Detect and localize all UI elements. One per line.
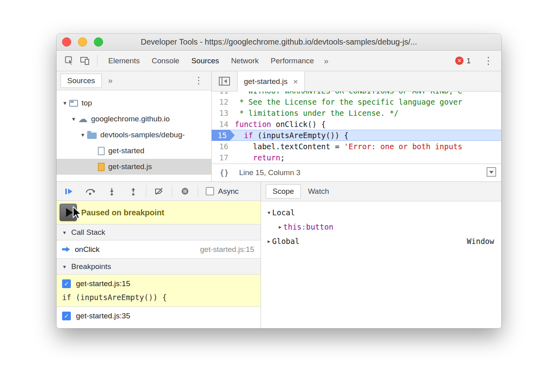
breakpoint-code-snippet: if (inputsAreEmpty()) {	[62, 293, 254, 302]
folder-icon	[87, 133, 97, 139]
code-line[interactable]: 14 function onClick() {	[212, 119, 501, 130]
breakpoint-item[interactable]: ✓ get-started.js:15 if (inputsAreEmpty()…	[56, 275, 261, 307]
tree-item-get-started[interactable]: get-started	[56, 143, 211, 159]
error-icon: ✕	[455, 57, 464, 65]
call-stack-header[interactable]: ▾ Call Stack	[56, 224, 261, 240]
collapse-triangle-icon[interactable]: ▾	[61, 263, 68, 270]
tree-item-label: get-started	[108, 146, 144, 155]
close-tab-icon[interactable]: ×	[293, 77, 298, 86]
execution-line-marker[interactable]: 15	[212, 130, 235, 141]
close-window-button[interactable]	[62, 37, 71, 47]
expand-triangle-icon[interactable]: ▾	[78, 131, 87, 138]
frame-location: get-started.js:15	[200, 245, 254, 254]
sources-upper-split: Sources » ⋮ ▾ top ▾ ☁ googlechrome.githu…	[56, 71, 501, 182]
navigator-toggle-icon[interactable]	[212, 76, 237, 86]
file-tree: ▾ top ▾ ☁ googlechrome.github.io ▾ devto…	[56, 90, 211, 175]
tab-sources[interactable]: Sources	[185, 51, 225, 71]
main-menu-dots-icon[interactable]: ⋮	[479, 56, 497, 66]
tab-network[interactable]: Network	[225, 51, 265, 71]
scope-global-section[interactable]: ▸ Global Window	[261, 234, 501, 248]
breakpoint-item[interactable]: ✓ get-started.js:35	[56, 307, 261, 325]
titlebar[interactable]: Developer Tools - https://googlechrome.g…	[56, 34, 501, 51]
line-number[interactable]: 17	[212, 152, 235, 163]
tab-performance[interactable]: Performance	[265, 51, 320, 71]
tab-elements[interactable]: Elements	[102, 51, 146, 71]
tree-item-label: top	[82, 99, 92, 107]
tab-sources-navigator[interactable]: Sources	[60, 74, 102, 88]
collapse-triangle-icon[interactable]: ▾	[266, 209, 272, 216]
inspect-icon[interactable]	[62, 53, 77, 68]
panel-dropdown-icon[interactable]	[486, 167, 497, 179]
scope-section-name: Local	[272, 208, 295, 217]
tree-item-folder[interactable]: ▾ devtools-samples/debug-	[56, 127, 211, 143]
expand-triangle-icon[interactable]: ▸	[266, 238, 272, 244]
code-line[interactable]: 12 * See the License for the specific la…	[212, 96, 501, 107]
step-over-button[interactable]	[80, 183, 101, 200]
resume-script-button[interactable]	[58, 183, 80, 200]
tree-item-get-started-js[interactable]: get-started.js	[56, 159, 211, 175]
line-number[interactable]: 11	[212, 92, 235, 96]
execution-line[interactable]: 15 if (inputsAreEmpty()) {	[212, 130, 501, 141]
scope-this-row[interactable]: ▸ this : button	[261, 220, 501, 234]
breakpoint-location: get-started.js:15	[76, 279, 130, 288]
step-into-button[interactable]	[101, 183, 123, 200]
navigator-header: Sources » ⋮	[56, 71, 211, 90]
code-editor[interactable]: 11 * WITHOUT WARRANTIES OR CONDITIONS OF…	[212, 92, 501, 164]
editor-tab-get-started-js[interactable]: get-started.js ×	[237, 71, 305, 92]
step-out-button[interactable]	[123, 183, 144, 200]
line-number[interactable]: 16	[212, 141, 235, 152]
breakpoints-title: Breakpoints	[71, 262, 111, 271]
cursor-position: Line 15, Column 3	[239, 168, 300, 177]
tab-watch[interactable]: Watch	[301, 187, 336, 196]
property-name: this	[283, 222, 302, 231]
code-line[interactable]: 16 label.textContent = 'Error: one or bo…	[212, 141, 501, 152]
pretty-print-icon[interactable]: {}	[220, 168, 229, 177]
zoom-window-button[interactable]	[94, 37, 103, 47]
error-badge[interactable]: ✕ 1	[455, 57, 471, 65]
deactivate-breakpoints-button[interactable]	[148, 183, 170, 200]
breakpoint-checkbox[interactable]: ✓	[62, 279, 71, 288]
tree-item-domain[interactable]: ▾ ☁ googlechrome.github.io	[56, 111, 211, 127]
more-panels-chevron[interactable]: »	[320, 56, 333, 66]
device-toolbar-icon[interactable]	[77, 53, 92, 68]
breakpoints-header[interactable]: ▾ Breakpoints	[56, 258, 261, 275]
editor-tabbar: get-started.js ×	[212, 71, 501, 92]
collapse-triangle-icon[interactable]: ▾	[61, 229, 68, 236]
js-file-icon	[98, 163, 105, 171]
pause-on-exceptions-button[interactable]	[174, 183, 196, 200]
window-title: Developer Tools - https://googlechrome.g…	[141, 37, 417, 47]
more-navigator-tabs-chevron[interactable]: »	[108, 76, 113, 85]
cloud-icon: ☁	[78, 114, 88, 124]
toolbar-divider	[97, 55, 97, 67]
property-separator: :	[302, 222, 306, 231]
line-number[interactable]: 13	[212, 107, 235, 119]
scope-content: ▾ Local ▸ this : button ▸ Global Window	[261, 201, 501, 248]
line-number[interactable]: 12	[212, 96, 235, 107]
file-icon	[98, 147, 105, 155]
tab-console[interactable]: Console	[146, 51, 185, 71]
tree-item-label: googlechrome.github.io	[91, 115, 170, 123]
minimize-window-button[interactable]	[78, 37, 87, 47]
code-line[interactable]: 13 * limitations under the License. */	[212, 107, 501, 119]
code-line[interactable]: 17 return;	[212, 152, 501, 163]
traffic-lights	[62, 34, 103, 50]
active-frame-arrow-icon	[62, 246, 70, 252]
expand-triangle-icon[interactable]: ▾	[60, 99, 69, 107]
paused-message: Paused on breakpoint	[81, 208, 164, 217]
navigator-menu-dots-icon[interactable]: ⋮	[190, 76, 207, 85]
expand-triangle-icon[interactable]: ▾	[69, 115, 78, 123]
breakpoint-checkbox[interactable]: ✓	[62, 312, 71, 320]
async-checkbox[interactable]	[206, 187, 214, 195]
main-toolbar: Elements Console Sources Network Perform…	[56, 51, 501, 71]
line-number[interactable]: 14	[212, 119, 235, 130]
call-stack-frame[interactable]: onClick get-started.js:15	[56, 240, 261, 258]
tree-item-label: devtools-samples/debug-	[100, 131, 185, 139]
editor-pane: get-started.js × 11 * WITHOUT WARRANTIES…	[212, 71, 501, 181]
scope-local-section[interactable]: ▾ Local	[261, 205, 501, 220]
editor-tab-label: get-started.js	[244, 77, 288, 86]
code-line[interactable]: 11 * WITHOUT WARRANTIES OR CONDITIONS OF…	[212, 92, 501, 96]
expand-triangle-icon[interactable]: ▸	[277, 224, 283, 230]
paused-banner: Paused on breakpoint	[56, 201, 261, 224]
tree-item-top[interactable]: ▾ top	[56, 95, 211, 111]
tab-scope[interactable]: Scope	[266, 184, 301, 199]
